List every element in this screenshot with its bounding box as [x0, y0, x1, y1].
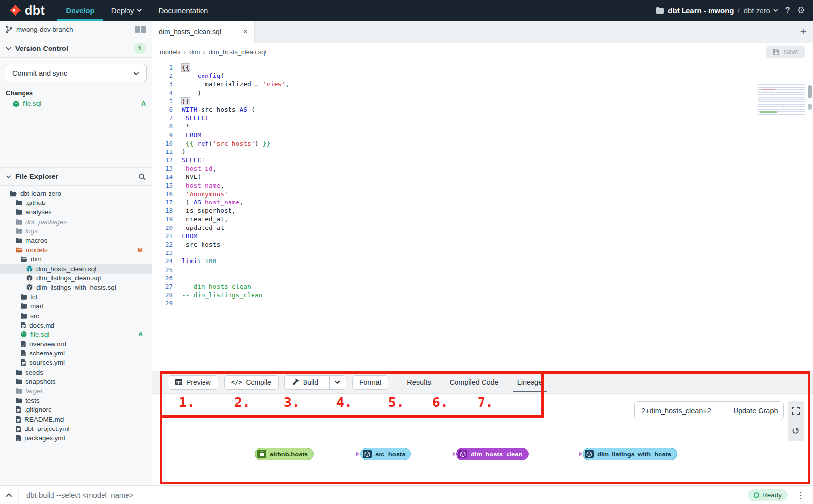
- branch-selector[interactable]: mwong-dev-branch: [0, 21, 152, 39]
- environment-selector[interactable]: dbt zero: [744, 6, 778, 15]
- lineage-node-dim-listings-with-hosts[interactable]: dim_listings_with_hosts: [583, 448, 677, 460]
- tree-item-readme-md[interactable]: README.md: [0, 415, 152, 424]
- split-view-icon[interactable]: [135, 26, 146, 33]
- code-line[interactable]: 25: [152, 266, 813, 274]
- update-graph-button[interactable]: Update Graph: [728, 402, 783, 420]
- lineage-selector-input[interactable]: [635, 402, 728, 420]
- code-line[interactable]: 5}}: [152, 97, 813, 105]
- gear-icon[interactable]: ⚙: [797, 6, 805, 15]
- tree-item-seeds[interactable]: seeds: [0, 368, 152, 377]
- code-line[interactable]: 14 NVL(: [152, 173, 813, 181]
- kebab-menu-icon[interactable]: ⋮: [796, 490, 805, 501]
- tree-item-src[interactable]: src: [0, 311, 152, 320]
- code-line[interactable]: 29: [152, 299, 813, 307]
- version-control-header[interactable]: Version Control 1: [0, 39, 152, 58]
- lineage-node-airbnb-hosts[interactable]: airbnb.hosts: [255, 448, 314, 460]
- code-line[interactable]: 21FROM: [152, 232, 813, 240]
- tree-item-dbt-learn-zero[interactable]: dbt-learn-zero: [0, 189, 152, 198]
- tree-item-packages-yml[interactable]: packages.yml: [0, 433, 152, 443]
- tab-lineage[interactable]: Lineage: [517, 371, 543, 393]
- code-line[interactable]: 26: [152, 274, 813, 282]
- code-line[interactable]: 18 is_superhost,: [152, 206, 813, 215]
- code-line[interactable]: 28-- dim_listings_clean: [152, 291, 813, 299]
- close-icon[interactable]: ×: [243, 27, 248, 37]
- code-line[interactable]: 11): [152, 148, 813, 156]
- command-input[interactable]: dbt build --select <model_name>: [26, 491, 748, 499]
- tree-item-analyses[interactable]: analyses: [0, 207, 152, 217]
- project-selector[interactable]: dbt Learn - mwong / dbt zero: [656, 6, 778, 15]
- code-line[interactable]: 22 src_hosts: [152, 240, 813, 249]
- tree-item--gitignore[interactable]: .gitignore: [0, 405, 152, 414]
- code-line[interactable]: 7 SELECT: [152, 114, 813, 122]
- commit-and-sync-button[interactable]: Commit and sync: [5, 64, 126, 82]
- nav-item-develop[interactable]: Develop: [57, 0, 102, 21]
- minimap[interactable]: [758, 84, 805, 116]
- code-line[interactable]: 23: [152, 249, 813, 257]
- reset-view-icon[interactable]: ↺: [792, 426, 800, 436]
- code-line[interactable]: 13 host_id,: [152, 164, 813, 173]
- tree-item-fct[interactable]: fct: [0, 292, 152, 302]
- changed-file-row[interactable]: file.sql A: [0, 99, 152, 109]
- tree-item-dim[interactable]: dim: [0, 254, 152, 264]
- code-line[interactable]: 2 config(: [152, 72, 813, 80]
- tree-item-sources-yml[interactable]: sources.yml: [0, 358, 152, 367]
- code-line[interactable]: 16 'Anonymous': [152, 190, 813, 198]
- tree-item-overview-md[interactable]: overview.md: [0, 339, 152, 349]
- tree-item-target[interactable]: target: [0, 386, 152, 396]
- search-icon[interactable]: [138, 173, 146, 180]
- fullscreen-icon[interactable]: [792, 407, 800, 415]
- tree-item-file-sql[interactable]: file.sqlA: [0, 330, 152, 339]
- code-line[interactable]: 24limit 100: [152, 257, 813, 265]
- code-line[interactable]: 3 materialized = 'view',: [152, 80, 813, 88]
- tree-item-mart[interactable]: mart: [0, 302, 152, 311]
- tree-item-macros[interactable]: macros: [0, 236, 152, 245]
- code-editor[interactable]: 1{{2 config(3 materialized = 'view',4 )5…: [152, 62, 813, 371]
- tree-item-dim-hosts-clean-sql[interactable]: dim_hosts_clean.sql: [0, 264, 152, 274]
- save-button[interactable]: Save: [766, 46, 805, 58]
- tree-item-dbt-project-yml[interactable]: dbt_project.yml: [0, 424, 152, 433]
- dbt-logo[interactable]: dbt: [0, 0, 57, 21]
- code-line[interactable]: 6WITH src_hosts AS (: [152, 105, 813, 114]
- build-options-caret[interactable]: [329, 376, 346, 389]
- tree-item-logs[interactable]: logs: [0, 227, 152, 236]
- code-line[interactable]: 4 ): [152, 89, 813, 97]
- tree-item-tests[interactable]: tests: [0, 396, 152, 405]
- code-line[interactable]: 15 host_name,: [152, 181, 813, 190]
- code-line[interactable]: 9 FROM: [152, 131, 813, 139]
- code-line[interactable]: 27-- dim_hosts_clean: [152, 282, 813, 291]
- tab-compiled-code[interactable]: Compiled Code: [450, 371, 499, 393]
- code-line[interactable]: 20 updated_at: [152, 224, 813, 232]
- commit-options-caret[interactable]: [126, 64, 146, 82]
- tab-results[interactable]: Results: [407, 371, 431, 393]
- tree-item--github[interactable]: .github: [0, 198, 152, 207]
- editor-scrollbar[interactable]: [808, 85, 812, 98]
- code-line[interactable]: 8 *: [152, 122, 813, 130]
- help-icon[interactable]: ?: [785, 6, 790, 15]
- code-line[interactable]: 12SELECT: [152, 156, 813, 164]
- new-tab-icon[interactable]: +: [800, 26, 806, 38]
- tree-item-dbt-packages[interactable]: dbt_packages: [0, 217, 152, 227]
- nav-item-deploy[interactable]: Deploy: [103, 0, 151, 21]
- code-line[interactable]: 17 ) AS host_name,: [152, 198, 813, 206]
- chevron-up-icon[interactable]: [0, 486, 19, 504]
- code-line[interactable]: 10 {{ ref('src_hosts') }}: [152, 139, 813, 148]
- tree-item-dim-listings-with-hosts-sql[interactable]: dim_listings_with_hosts.sql: [0, 283, 152, 292]
- compile-button[interactable]: </> Compile: [224, 375, 279, 390]
- tree-item-dim-listings-clean-sql[interactable]: dim_listings_clean.sql: [0, 274, 152, 283]
- preview-button[interactable]: Preview: [168, 375, 218, 390]
- lineage-node-src-hosts[interactable]: src_hosts: [360, 448, 411, 460]
- code-line[interactable]: 19 created_at,: [152, 215, 813, 223]
- tree-item-label: overview.md: [29, 340, 66, 348]
- tree-item-models[interactable]: modelsM: [0, 245, 152, 254]
- code-line[interactable]: 1{{: [152, 63, 813, 72]
- tree-item-schema-yml[interactable]: schema.yml: [0, 349, 152, 358]
- lineage-node-dim-hosts-clean[interactable]: dim_hosts_clean: [456, 448, 529, 460]
- file-explorer-header[interactable]: File Explorer: [0, 167, 152, 186]
- nav-item-documentation[interactable]: Documentation: [150, 0, 216, 21]
- build-button[interactable]: Build: [285, 376, 325, 389]
- tree-item-docs-md[interactable]: docs.md: [0, 321, 152, 330]
- format-button[interactable]: Format: [352, 375, 388, 390]
- status-badge: Ready: [748, 489, 788, 501]
- tree-item-snapshots[interactable]: snapshots: [0, 377, 152, 386]
- tab-dim-hosts-clean[interactable]: dim_hosts_clean.sql ×: [152, 21, 255, 43]
